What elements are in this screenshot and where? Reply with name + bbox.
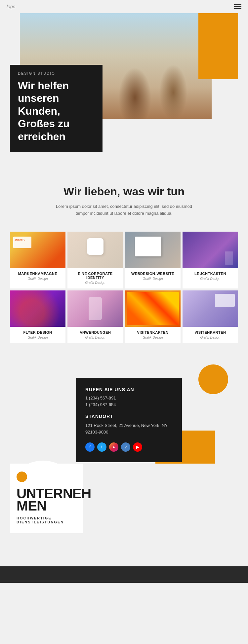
hero-section: DESIGN STUDIO Wir helfen unseren Kunden,… [0, 13, 248, 152]
portfolio-thumb-5 [10, 290, 65, 327]
portfolio-name-1: MARKENKAMPAGNE [13, 272, 62, 276]
company-section: UNTERNEH MEN HOCHWERTIGE DIENSTLEISTUNGE… [0, 464, 248, 547]
portfolio-item-5[interactable]: FLYER-DESIGN Grafik-Design [10, 290, 65, 343]
portfolio-item-7[interactable]: VISITENKARTEN Grafik-Design [125, 290, 181, 343]
portfolio-cat-2: Grafik-Design [71, 281, 120, 284]
portfolio-name-3: WEBDESIGN-WEBSITE [128, 272, 177, 276]
portfolio-info-3: WEBDESIGN-WEBSITE Grafik-Design [125, 268, 181, 284]
portfolio-thumb-8 [183, 290, 238, 327]
portfolio-info-7: VISITENKARTEN Grafik-Design [125, 327, 181, 343]
hero-subtitle: DESIGN STUDIO [18, 71, 95, 75]
footer [0, 566, 248, 583]
portfolio-thumb-1 [10, 232, 65, 268]
portfolio-info-4: LEUCHTKÄSTEN Grafik-Design [183, 268, 238, 284]
hero-orange-accent [198, 13, 238, 79]
hero-text-box: DESIGN STUDIO Wir helfen unseren Kunden,… [10, 65, 103, 152]
instagram-icon[interactable]: ● [109, 442, 118, 452]
portfolio-cat-4: Grafik-Design [186, 277, 235, 281]
portfolio-thumb-6 [67, 290, 123, 327]
portfolio-item-3[interactable]: WEBDESIGN-WEBSITE Grafik-Design [125, 232, 181, 288]
logo: logo [7, 4, 15, 9]
portfolio-thumb-4 [183, 232, 238, 268]
hamburger-menu[interactable] [234, 4, 241, 9]
portfolio-thumb-7 [125, 290, 181, 327]
twitter-icon[interactable]: t [97, 442, 106, 452]
portfolio-item-6[interactable]: ANWENDUNGEN Grafik-Design [67, 290, 123, 343]
portfolio-info-2: EINE CORPORATE IDENTITY Grafik-Design [67, 268, 123, 288]
portfolio-item-1[interactable]: MARKENKAMPAGNE Grafik-Design [10, 232, 65, 288]
portfolio-item-4[interactable]: LEUCHTKÄSTEN Grafik-Design [183, 232, 238, 288]
portfolio-name-7: VISITENKARTEN [128, 330, 177, 334]
portfolio-cat-7: Grafik-Design [128, 336, 177, 339]
orange-circle-decoration [198, 364, 228, 394]
header: logo [0, 0, 248, 13]
portfolio-grid: MARKENKAMPAGNE Grafik-Design EINE CORPOR… [0, 224, 248, 351]
portfolio-thumb-2 [67, 232, 123, 268]
portfolio-cat-6: Grafik-Design [71, 336, 120, 339]
portfolio-cat-1: Grafik-Design [13, 277, 62, 281]
company-box: UNTERNEH MEN HOCHWERTIGE DIENSTLEISTUNGE… [10, 464, 83, 534]
loves-description: Lorem ipsum dolor sit amet, consectetur … [55, 203, 193, 217]
call-label: RUFEN SIE UNS AN [85, 387, 173, 392]
phone-1: 1 (234) 567-891 [85, 396, 173, 400]
loves-heading: Wir lieben, was wir tun [10, 185, 238, 198]
portfolio-cat-5: Grafik-Design [13, 336, 62, 339]
orange-dot-decoration [17, 472, 27, 482]
portfolio-info-8: VISITENKARTEN Grafik-Design [183, 327, 238, 343]
loves-section: Wir lieben, was wir tun Lorem ipsum dolo… [0, 172, 248, 224]
portfolio-info-6: ANWENDUNGEN Grafik-Design [67, 327, 123, 343]
phone-2: 1 (234) 987-654 [85, 402, 173, 407]
social-icons: f t ● v ▶ [85, 442, 173, 452]
facebook-icon[interactable]: f [85, 442, 95, 452]
address: 121 Rock Street, 21 Avenue, New York, NY… [85, 422, 173, 436]
portfolio-name-4: LEUCHTKÄSTEN [186, 272, 235, 276]
portfolio-info-1: MARKENKAMPAGNE Grafik-Design [10, 268, 65, 284]
portfolio-item-2[interactable]: EINE CORPORATE IDENTITY Grafik-Design [67, 232, 123, 288]
company-title: UNTERNEH MEN [17, 487, 76, 512]
portfolio-thumb-3 [125, 232, 181, 268]
portfolio-name-5: FLYER-DESIGN [13, 330, 62, 334]
company-desc: HOCHWERTIGE DIENSTLEISTUNGEN [17, 516, 76, 524]
location-label: STANDORT [85, 414, 173, 419]
contact-card: RUFEN SIE UNS AN 1 (234) 567-891 1 (234)… [76, 378, 182, 463]
youtube-icon[interactable]: ▶ [133, 442, 142, 452]
portfolio-name-2: EINE CORPORATE IDENTITY [71, 272, 120, 280]
hero-title: Wir helfen unseren Kunden, Großes zu err… [18, 79, 95, 143]
portfolio-info-5: FLYER-DESIGN Grafik-Design [10, 327, 65, 343]
vk-icon[interactable]: v [121, 442, 130, 452]
portfolio-item-8[interactable]: VISITENKARTEN Grafik-Design [183, 290, 238, 343]
portfolio-cat-3: Grafik-Design [128, 277, 177, 281]
portfolio-name-6: ANWENDUNGEN [71, 330, 120, 334]
portfolio-cat-8: Grafik-Design [186, 336, 235, 339]
portfolio-name-8: VISITENKARTEN [186, 330, 235, 334]
